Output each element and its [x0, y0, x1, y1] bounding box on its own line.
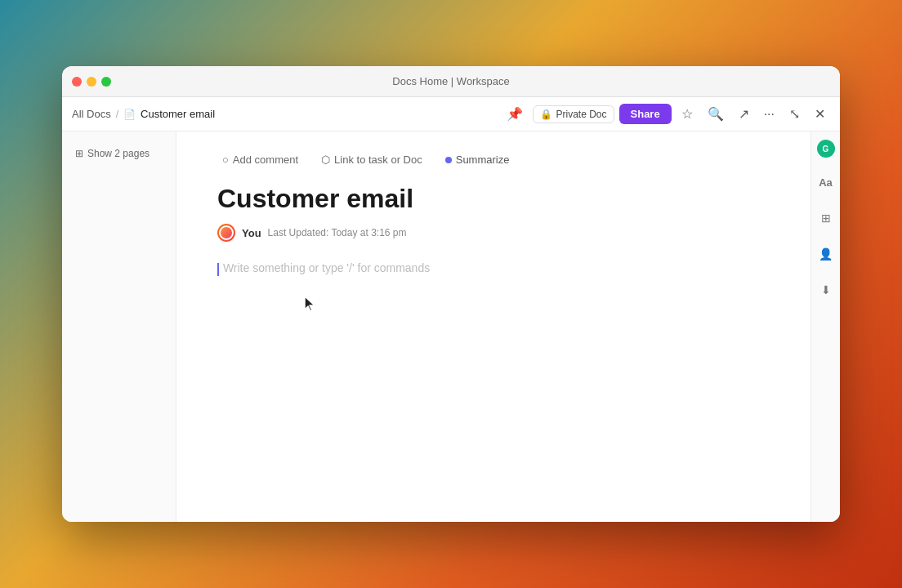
layout-icon[interactable]: ⊞ — [815, 207, 837, 229]
doc-icon: 📄 — [123, 109, 136, 120]
breadcrumb-parent[interactable]: All Docs — [72, 108, 111, 120]
collapse-icon[interactable]: ⤡ — [784, 103, 805, 125]
more-options-icon[interactable]: ··· — [759, 104, 779, 125]
doc-last-updated: Last Updated: Today at 3:16 pm — [268, 227, 407, 238]
link-task-button[interactable]: ⬡ Link to task or Doc — [316, 151, 427, 168]
download-icon[interactable]: ⬇ — [815, 278, 837, 301]
mouse-cursor — [303, 295, 319, 314]
window-controls — [72, 77, 111, 87]
toolbar: All Docs / 📄 Customer email 📌 🔒 Private … — [62, 97, 840, 131]
breadcrumb: All Docs / 📄 Customer email — [72, 108, 497, 120]
pages-icon: ⊞ — [75, 148, 83, 159]
lock-icon: 🔒 — [540, 109, 552, 120]
search-icon[interactable]: 🔍 — [703, 103, 729, 125]
link-icon: ⬡ — [321, 154, 330, 166]
titlebar: Docs Home | Workspace — [62, 66, 840, 97]
close-button[interactable] — [72, 77, 82, 87]
add-comment-label: Add comment — [233, 154, 298, 166]
minimize-button[interactable] — [87, 77, 96, 87]
window-title: Docs Home | Workspace — [392, 75, 509, 87]
export-icon[interactable]: ↗ — [734, 103, 754, 125]
online-users-indicator[interactable]: G — [817, 140, 835, 158]
breadcrumb-current: Customer email — [141, 108, 215, 120]
star-icon[interactable]: ☆ — [676, 103, 698, 125]
maximize-button[interactable] — [101, 77, 111, 87]
comment-icon: ○ — [222, 154, 229, 166]
users-icon[interactable]: 👤 — [815, 243, 837, 265]
avatar-image — [219, 225, 234, 240]
summarize-button[interactable]: Summarize — [440, 151, 515, 168]
avatar — [217, 224, 235, 242]
left-sidebar: ⊞ Show 2 pages — [62, 131, 176, 522]
app-window: Docs Home | Workspace All Docs / 📄 Custo… — [62, 66, 840, 522]
summarize-label: Summarize — [456, 154, 510, 166]
private-doc-button[interactable]: 🔒 Private Doc — [533, 105, 614, 123]
doc-actions: ○ Add comment ⬡ Link to task or Doc Summ… — [217, 151, 778, 168]
doc-title: Customer email — [217, 183, 778, 214]
online-count: G — [823, 145, 829, 154]
share-button[interactable]: Share — [619, 104, 672, 124]
toolbar-right: 📌 🔒 Private Doc Share ☆ 🔍 ↗ ··· ⤡ ✕ — [502, 103, 830, 125]
editor-placeholder-text: Write something or type '/' for commands — [223, 261, 430, 274]
pin-icon[interactable]: 📌 — [502, 103, 528, 125]
private-doc-label: Private Doc — [556, 109, 606, 120]
main-layout: ⊞ Show 2 pages ○ Add comment ⬡ Link to t… — [62, 131, 840, 522]
doc-meta: You Last Updated: Today at 3:16 pm — [217, 224, 778, 242]
editor-area[interactable]: Write something or type '/' for commands — [217, 261, 778, 275]
text-format-icon[interactable]: Aa — [815, 171, 837, 194]
content-area[interactable]: ○ Add comment ⬡ Link to task or Doc Summ… — [176, 131, 810, 522]
show-pages-button[interactable]: ⊞ Show 2 pages — [70, 145, 154, 163]
link-task-label: Link to task or Doc — [334, 154, 422, 166]
right-sidebar: G Aa ⊞ 👤 ⬇ — [810, 131, 840, 522]
add-comment-button[interactable]: ○ Add comment — [217, 151, 303, 168]
show-pages-label: Show 2 pages — [87, 148, 150, 159]
breadcrumb-separator: / — [116, 109, 118, 120]
text-cursor — [217, 263, 219, 276]
doc-author: You — [242, 227, 261, 239]
summarize-dot — [445, 157, 452, 163]
close-icon[interactable]: ✕ — [810, 103, 830, 125]
